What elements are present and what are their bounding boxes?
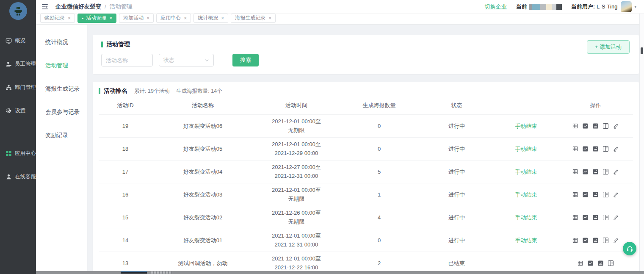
chart-icon[interactable] [583,215,588,220]
cell-activity-id: 17 [99,169,152,175]
card-icon[interactable] [603,123,608,129]
activity-total-stat: 累计: 19个活动 [134,88,169,95]
close-icon[interactable]: × [146,16,149,21]
vertical-scrollbar[interactable] [639,14,644,271]
edit-icon[interactable] [613,192,619,197]
scrollbar-thumb[interactable] [641,47,643,54]
activity-time-end: 2021-12-31 00:00 [254,241,339,249]
submenu-item-member-records[interactable]: 会员参与记录 [36,100,87,124]
status-select[interactable]: 状态 [159,54,214,66]
edit-icon[interactable] [613,123,619,129]
menu-fold-icon[interactable] [41,3,49,11]
image-icon[interactable] [593,123,598,129]
sidebar-item-employee-management[interactable]: 员工管理 [0,53,36,76]
manual-end-link[interactable]: 手动结束 [515,191,537,198]
card-icon[interactable] [603,146,608,152]
status-select-placeholder: 状态 [163,56,205,64]
close-icon[interactable]: × [68,16,71,21]
search-button[interactable]: 搜索 [232,54,259,66]
card-icon[interactable] [603,215,608,220]
manual-end-link[interactable]: 手动结束 [515,237,537,244]
chart-icon[interactable] [583,123,588,129]
table-row: 16好友裂变活动032021-12-01 00:00至无期限1进行中手动结束 [99,183,633,206]
grid-icon[interactable] [572,123,578,129]
cell-actions [558,260,633,266]
avatar[interactable] [621,1,632,12]
grid-icon[interactable] [572,169,578,174]
chart-icon[interactable] [583,192,588,197]
chart-icon[interactable] [588,260,593,266]
image-icon[interactable] [593,215,598,220]
scrollbar-thumb[interactable] [121,271,147,274]
sidebar-item-label: 员工管理 [15,61,36,68]
cell-activity-id: 19 [99,123,152,129]
grid-icon[interactable] [572,215,578,220]
sidebar-item-label: 设置 [15,107,25,114]
table-row: 14好友裂变活动012021-12-01 00:00至2021-12-31 00… [99,229,633,252]
manual-end-link[interactable]: 手动结束 [515,214,537,221]
sidebar-item-overview[interactable]: 概况 [0,29,36,53]
sidebar-item-online-support[interactable]: 在线客服 [0,165,36,188]
employee-icon [6,61,12,67]
tab-activity-management[interactable]: ●活动管理× [77,14,116,23]
grid-icon[interactable] [578,260,583,266]
submenu-item-stats-overview[interactable]: 统计概况 [36,30,87,54]
close-icon[interactable]: × [109,16,112,21]
breadcrumb-root[interactable]: 企业微信好友裂变 [55,3,101,11]
sidebar-item-app-center[interactable]: 应用中心 [0,142,36,165]
chart-icon[interactable] [583,238,588,243]
image-icon[interactable] [598,260,603,266]
image-icon[interactable] [593,238,598,243]
submenu-item-activity-management[interactable]: 活动管理 [36,54,87,77]
grid-icon[interactable] [572,192,578,197]
card-icon[interactable] [603,238,608,243]
card-icon[interactable] [603,169,608,174]
switch-company-link[interactable]: 切换企业 [485,3,507,11]
tab-reward-records[interactable]: 奖励记录× [40,14,75,23]
grid-icon[interactable] [572,238,578,243]
tab-app-center[interactable]: 应用中心× [156,14,191,23]
submenu-item-poster-records[interactable]: 海报生成记录 [36,77,87,100]
layout-main: 企业微信好友裂变 / 活动管理 切换企业 当前 当前用户: L-S-Ting ▾… [36,0,644,274]
activity-name-input[interactable] [101,54,153,66]
chart-icon[interactable] [583,146,588,152]
edit-icon[interactable] [613,146,619,152]
submenu-item-reward-records[interactable]: 奖励记录 [36,124,87,147]
sidebar-item-settings[interactable]: 设置 [0,99,36,122]
sidebar-item-department-management[interactable]: 部门管理 [0,76,36,99]
tab-label: 海报生成记录 [235,14,265,22]
image-icon[interactable] [593,169,598,174]
tab-stats-overview[interactable]: 统计概况× [193,14,228,23]
activity-time-end: 无期限 [254,126,339,135]
cell-activity-time: 2021-12-01 00:00至无期限 [254,117,339,134]
edit-icon[interactable] [613,169,619,174]
card-icon[interactable] [603,192,608,197]
customer-service-button[interactable] [623,242,636,255]
card-icon[interactable] [608,260,614,266]
tab-label: 奖励记录 [44,14,65,22]
support-person-icon [6,174,12,180]
activity-time-start: 2021-12-01 00:00至 [254,255,339,263]
close-icon[interactable]: × [221,16,224,21]
tab-poster-records[interactable]: 海报生成记录× [231,14,276,23]
image-icon[interactable] [593,192,598,197]
edit-icon[interactable] [613,238,619,243]
cell-actions [558,146,633,152]
chart-icon[interactable] [583,169,588,174]
close-icon[interactable]: × [268,16,271,21]
tab-add-activity[interactable]: 添加活动× [119,14,154,23]
add-activity-button[interactable]: + 添加活动 [587,40,630,54]
close-icon[interactable]: × [184,16,187,21]
manual-end-link[interactable]: 手动结束 [515,146,537,152]
grid-icon[interactable] [572,146,578,152]
cell-actions [558,123,633,129]
poster-total-stat: 生成海报数量: 14个 [176,88,222,95]
cell-manual-end: 手动结束 [494,122,558,130]
manual-end-link[interactable]: 手动结束 [515,123,537,129]
chevron-down-icon[interactable]: ▾ [634,5,636,9]
manual-end-link[interactable]: 手动结束 [515,169,537,175]
edit-icon[interactable] [613,215,619,220]
image-icon[interactable] [593,146,598,152]
horizontal-scrollbar[interactable] [36,271,644,274]
table-header-row: 活动ID活动名称活动时间生成海报数量状态操作 [99,97,633,114]
